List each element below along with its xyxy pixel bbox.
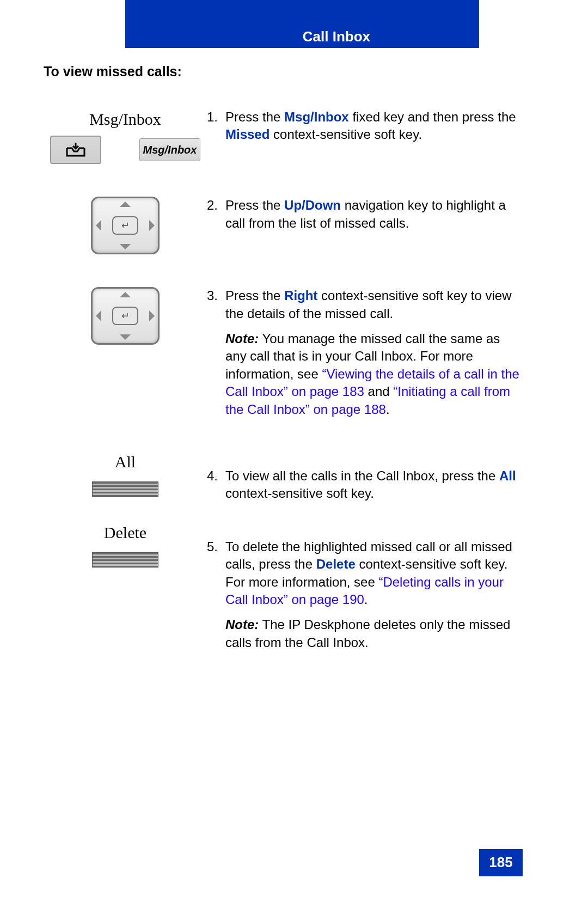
msg-inbox-softkey: Msg/Inbox — [139, 138, 200, 161]
key-msg-inbox: Msg/Inbox — [284, 109, 349, 124]
inbox-icon — [64, 142, 87, 158]
softkey-bar-icon — [92, 481, 158, 497]
key-up-down: Up/Down — [284, 198, 341, 212]
step-1-number: 1. — [207, 108, 225, 144]
all-softkey-label: All — [115, 451, 136, 473]
delete-softkey-label: Delete — [104, 522, 146, 544]
step-1-graphic: Msg/Inbox Msg/Inbox — [44, 108, 207, 164]
step-5-graphic: Delete — [44, 522, 207, 568]
nav-left-icon — [96, 220, 101, 231]
step-4-graphic: All — [44, 451, 207, 497]
key-missed: Missed — [225, 127, 270, 142]
header-bar: Call Inbox — [125, 0, 479, 48]
nav-pad-icon: ↵ — [91, 197, 160, 254]
msg-inbox-hardkey — [50, 136, 101, 164]
step-1-row: Msg/Inbox Msg/Inbox 1. Press the Msg/Inb… — [44, 108, 523, 164]
step-5-text: To delete the highlighted missed call or… — [225, 538, 523, 651]
nav-enter-icon: ↵ — [112, 216, 138, 235]
softkey-bar-icon — [92, 552, 158, 568]
nav-up-icon — [120, 292, 131, 297]
nav-down-icon — [120, 244, 131, 249]
key-all: All — [499, 468, 516, 483]
nav-enter-icon: ↵ — [112, 307, 138, 325]
step-2-text: Press the Up/Down navigation key to high… — [225, 197, 523, 232]
step-5-row: Delete 5. To delete the highlighted miss… — [44, 522, 523, 651]
step-3-row: ↵ 3. Press the Right context-sensitive s… — [44, 287, 523, 418]
step-5-number: 5. — [207, 538, 225, 651]
step-3-text: Press the Right context-sensitive soft k… — [225, 287, 523, 418]
note-label: Note: — [225, 331, 259, 346]
note-label: Note: — [225, 617, 259, 632]
nav-pad-icon: ↵ — [91, 287, 160, 345]
section-subheading: To view missed calls: — [44, 63, 523, 81]
step-4-row: All 4. To view all the calls in the Call… — [44, 451, 523, 503]
key-right: Right — [284, 288, 317, 303]
step-2-row: ↵ 2. Press the Up/Down navigation key to… — [44, 197, 523, 254]
step-4-text: To view all the calls in the Call Inbox,… — [225, 467, 523, 503]
nav-right-icon — [149, 220, 155, 231]
step-2-number: 2. — [207, 197, 225, 232]
step-1-text: Press the Msg/Inbox fixed key and then p… — [225, 108, 523, 144]
nav-down-icon — [120, 334, 131, 340]
step-4-number: 4. — [207, 467, 225, 503]
step-3-graphic: ↵ — [44, 287, 207, 345]
step-2-graphic: ↵ — [44, 197, 207, 254]
nav-left-icon — [96, 310, 101, 321]
nav-up-icon — [120, 202, 131, 207]
nav-right-icon — [149, 310, 155, 321]
page-number: 185 — [479, 849, 523, 876]
step-3-number: 3. — [207, 287, 225, 418]
key-delete: Delete — [316, 557, 356, 571]
page-content: To view missed calls: Msg/Inbox Msg/Inbo… — [44, 63, 523, 684]
chapter-title: Call Inbox — [303, 27, 370, 46]
msg-inbox-heading: Msg/Inbox — [44, 108, 207, 131]
